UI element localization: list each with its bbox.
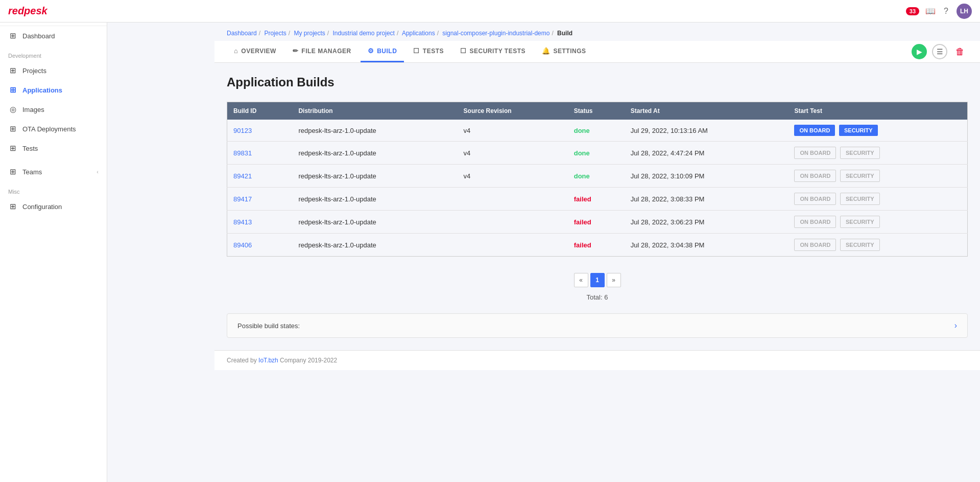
breadcrumb-signal-composer[interactable]: signal-composer-plugin-industrial-demo (442, 30, 549, 37)
help-icon[interactable]: ? (944, 7, 948, 16)
footer-text-after: Company 2019-2022 (278, 357, 337, 364)
security-button: SECURITY (840, 216, 880, 228)
sidebar-item-configuration[interactable]: ⊞ Configuration (0, 197, 107, 216)
book-icon[interactable]: 📖 (925, 6, 936, 16)
cell-build-id: 89831 (227, 142, 293, 165)
cell-build-id: 89406 (227, 234, 293, 257)
possible-states-bar[interactable]: Possible build states: › (227, 313, 968, 338)
sidebar-item-ota[interactable]: ⊞ OTA Deployments (0, 119, 107, 139)
cell-start-test: ON BOARD SECURITY (788, 234, 967, 257)
cell-build-id: 90123 (227, 120, 293, 142)
page-title: Application Builds (227, 75, 968, 89)
cell-build-id: 89413 (227, 211, 293, 234)
build-id-link[interactable]: 90123 (233, 127, 252, 134)
sidebar: redpesk ⊞ Dashboard Development ⊞ Projec… (0, 0, 107, 482)
security-icon: ☐ (460, 47, 467, 55)
build-id-link[interactable]: 89406 (233, 241, 252, 249)
list-button[interactable]: ☰ (932, 44, 947, 59)
breadcrumb-industrial-demo[interactable]: Industrial demo project (333, 30, 395, 37)
sidebar-item-tests[interactable]: ⊞ Tests (0, 139, 107, 158)
onboard-button: ON BOARD (794, 216, 836, 228)
sidebar-item-label: Projects (22, 67, 46, 75)
topbar: redpesk 33 📖 ? LH (0, 0, 980, 22)
onboard-button: ON BOARD (794, 239, 836, 251)
onboard-button: ON BOARD (794, 193, 836, 205)
sidebar-item-projects[interactable]: ⊞ Projects (0, 61, 107, 80)
prev-page-btn[interactable]: « (574, 273, 588, 287)
sidebar-item-label: OTA Deployments (22, 125, 76, 133)
notification-badge[interactable]: 33 (906, 7, 919, 15)
cell-status: done (568, 142, 625, 165)
sidebar-item-applications[interactable]: ⊞ Applications (0, 80, 107, 100)
sidebar-item-label: Dashboard (22, 32, 55, 40)
cell-source-revision (458, 188, 568, 211)
col-build-id: Build ID (227, 102, 293, 120)
delete-button[interactable]: 🗑 (952, 44, 968, 59)
images-icon: ◎ (8, 105, 17, 114)
table-row: 89413 redpesk-lts-arz-1.0-update failed … (227, 211, 968, 234)
build-id-link[interactable]: 89831 (233, 149, 252, 157)
sidebar-section-development: Development (0, 45, 107, 61)
chevron-icon: ‹ (97, 169, 99, 175)
tab-settings[interactable]: 🔔 SETTINGS (535, 41, 593, 62)
tab-build[interactable]: ⚙ BUILD (361, 41, 404, 62)
cell-distribution: redpesk-lts-arz-1.0-update (292, 234, 457, 257)
tab-security-tests[interactable]: ☐ SECURITY TESTS (453, 41, 533, 62)
total-count: Total: 6 (227, 293, 968, 301)
run-button[interactable]: ▶ (912, 44, 927, 59)
cell-build-id: 89421 (227, 165, 293, 188)
onboard-button[interactable]: ON BOARD (794, 125, 835, 136)
col-distribution: Distribution (292, 102, 457, 120)
build-id-link[interactable]: 89417 (233, 195, 252, 203)
breadcrumb-my-projects[interactable]: My projects (294, 30, 325, 37)
breadcrumb-dashboard[interactable]: Dashboard (227, 30, 257, 37)
build-id-link[interactable]: 89413 (233, 218, 252, 226)
sidebar-item-label: Images (22, 106, 44, 113)
cell-status: failed (568, 234, 625, 257)
cell-started-at: Jul 28, 2022, 4:47:24 PM (625, 142, 788, 165)
breadcrumb-applications[interactable]: Applications (402, 30, 435, 37)
cell-start-test: ON BOARD SECURITY (788, 120, 967, 142)
sidebar-item-label: Configuration (22, 203, 62, 211)
sidebar-section-misc: Misc (0, 181, 107, 197)
tab-overview[interactable]: ⌂ OVERVIEW (227, 41, 283, 62)
cell-build-id: 89417 (227, 188, 293, 211)
projects-icon: ⊞ (8, 66, 17, 75)
cell-started-at: Jul 28, 2022, 3:08:33 PM (625, 188, 788, 211)
cell-started-at: Jul 28, 2022, 3:04:38 PM (625, 234, 788, 257)
table-row: 89417 redpesk-lts-arz-1.0-update failed … (227, 188, 968, 211)
security-button[interactable]: SECURITY (839, 125, 878, 136)
page-body: Application Builds Build ID Distribution… (214, 63, 980, 350)
footer-link[interactable]: IoT.bzh (258, 357, 278, 364)
sidebar-item-label: Tests (22, 145, 38, 152)
cell-status: failed (568, 211, 625, 234)
tab-file-manager[interactable]: ✏ FILE MANAGER (285, 41, 358, 62)
sidebar-item-dashboard[interactable]: ⊞ Dashboard (0, 26, 107, 45)
next-page-btn[interactable]: » (607, 273, 621, 287)
tabs-bar: ⌂ OVERVIEW ✏ FILE MANAGER ⚙ BUILD ☐ TEST… (214, 41, 980, 63)
breadcrumb-projects[interactable]: Projects (264, 30, 286, 37)
cell-distribution: redpesk-lts-arz-1.0-update (292, 165, 457, 188)
sidebar-item-teams[interactable]: ⊞ Teams ‹ (0, 162, 107, 181)
user-avatar[interactable]: LH (957, 4, 972, 19)
tab-tests[interactable]: ☐ TESTS (406, 41, 451, 62)
cell-distribution: redpesk-lts-arz-1.0-update (292, 188, 457, 211)
applications-icon: ⊞ (8, 85, 17, 95)
edit-icon: ✏ (293, 47, 299, 55)
tab-actions: ▶ ☰ 🗑 (912, 44, 968, 59)
col-start-test: Start Test (788, 102, 967, 120)
onboard-button: ON BOARD (794, 170, 836, 182)
table-row: 89406 redpesk-lts-arz-1.0-update failed … (227, 234, 968, 257)
sidebar-item-images[interactable]: ◎ Images (0, 100, 107, 119)
cell-started-at: Jul 28, 2022, 3:10:09 PM (625, 165, 788, 188)
current-page-btn[interactable]: 1 (590, 273, 605, 287)
sidebar-item-label: Applications (22, 86, 62, 94)
cell-started-at: Jul 28, 2022, 3:06:23 PM (625, 211, 788, 234)
security-button: SECURITY (840, 193, 880, 205)
build-id-link[interactable]: 89421 (233, 172, 252, 180)
col-status: Status (568, 102, 625, 120)
builds-table: Build ID Distribution Source Revision St… (227, 102, 968, 257)
table-row: 89421 redpesk-lts-arz-1.0-update v4 done… (227, 165, 968, 188)
cell-distribution: redpesk-lts-arz-1.0-update (292, 142, 457, 165)
cell-status: done (568, 165, 625, 188)
